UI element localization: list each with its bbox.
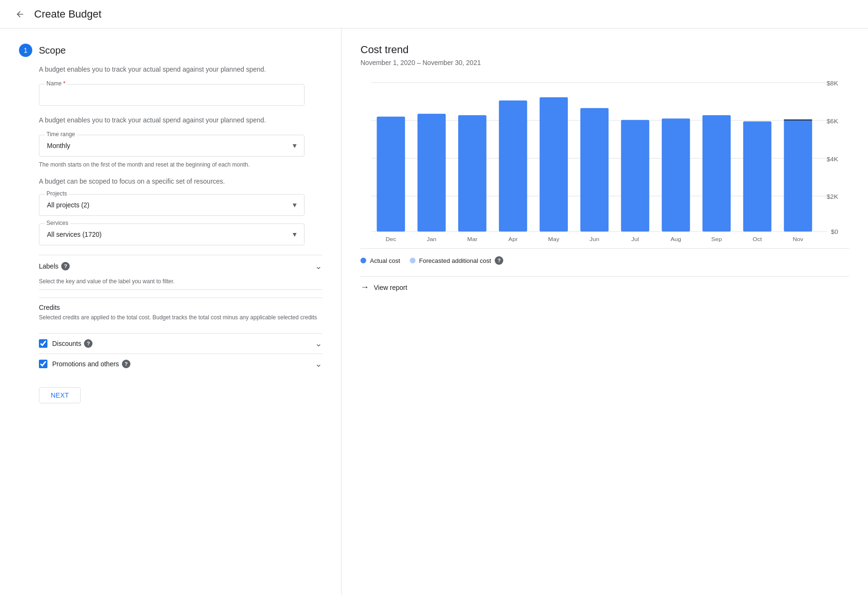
forecasted-dot — [410, 258, 416, 263]
time-range-label: Time range — [45, 131, 77, 138]
labels-title-row: Labels ? — [39, 262, 70, 270]
discounts-left: Discounts ? — [39, 339, 92, 348]
services-label: Services — [45, 220, 70, 226]
svg-text:Aug: Aug — [671, 236, 681, 242]
svg-text:Mar: Mar — [467, 236, 478, 242]
projects-select[interactable]: All projects (2) — [39, 194, 305, 216]
forecasted-help-icon[interactable]: ? — [495, 256, 503, 265]
bar-jan — [417, 114, 446, 232]
forecasted-legend: Forecasted additional cost ? — [410, 256, 504, 265]
bar-apr — [499, 101, 527, 232]
bar-oct — [743, 121, 772, 232]
discounts-help-icon[interactable]: ? — [84, 339, 92, 348]
promotions-label: Promotions and others ? — [52, 360, 130, 368]
services-select[interactable]: All services (1720) — [39, 223, 305, 245]
view-report-link[interactable]: → View report — [360, 276, 849, 298]
bar-sep — [702, 115, 731, 232]
discounts-row: Discounts ? ⌄ — [39, 333, 322, 353]
forecasted-label: Forecasted additional cost — [419, 257, 491, 264]
svg-text:Jan: Jan — [427, 236, 436, 242]
svg-text:May: May — [548, 236, 560, 242]
step-badge: 1 — [19, 44, 32, 57]
main-content: 1 Scope A budget enables you to track yo… — [0, 28, 868, 595]
services-wrapper: Services All services (1720) ▼ — [39, 223, 305, 245]
credits-section: Credits Selected credits are applied to … — [39, 298, 322, 333]
bar-dec — [377, 117, 405, 232]
labels-hint: Select the key and value of the label yo… — [39, 277, 322, 290]
promotions-chevron-icon: ⌄ — [315, 359, 322, 369]
svg-text:Nov: Nov — [793, 236, 803, 242]
labels-title: Labels — [39, 262, 58, 270]
svg-text:Jun: Jun — [590, 236, 599, 242]
svg-text:Sep: Sep — [711, 236, 722, 242]
discounts-chevron-icon: ⌄ — [315, 338, 322, 349]
back-button[interactable] — [11, 6, 28, 23]
page-title: Create Budget — [34, 8, 102, 20]
labels-help-icon[interactable]: ? — [61, 262, 70, 270]
svg-text:$0: $0 — [831, 229, 838, 235]
time-range-hint: The month starts on the first of the mon… — [39, 160, 322, 169]
promotions-left: Promotions and others ? — [39, 360, 130, 368]
credits-title: Credits — [39, 304, 322, 311]
name-input[interactable] — [39, 84, 305, 106]
view-report-label: View report — [374, 284, 407, 291]
bar-mar — [458, 115, 487, 232]
svg-text:Dec: Dec — [386, 236, 396, 242]
svg-text:$4K: $4K — [827, 156, 839, 162]
promotions-checkbox[interactable] — [39, 360, 47, 368]
chart-legend: Actual cost Forecasted additional cost ? — [360, 249, 849, 272]
header: Create Budget — [0, 0, 868, 28]
arrow-right-icon: → — [360, 282, 369, 292]
right-panel: Cost trend November 1, 2020 – November 3… — [342, 28, 868, 595]
promotions-row: Promotions and others ? ⌄ — [39, 353, 322, 374]
bar-aug — [662, 119, 690, 232]
labels-chevron-icon: ⌄ — [315, 261, 322, 271]
scope-title: Scope — [39, 45, 66, 56]
actual-cost-dot — [360, 258, 366, 263]
cost-trend-date: November 1, 2020 – November 30, 2021 — [360, 59, 849, 66]
discounts-checkbox[interactable] — [39, 339, 47, 348]
projects-label: Projects — [45, 190, 69, 197]
promotions-help-icon[interactable]: ? — [122, 360, 130, 368]
cost-trend-chart: $8K $6K $4K $2K $0 Dec Jan — [360, 78, 849, 248]
name-field-wrapper: Name * — [39, 84, 322, 106]
required-star: * — [63, 80, 65, 87]
labels-collapsible[interactable]: Labels ? ⌄ — [39, 255, 322, 277]
bar-may — [540, 97, 568, 232]
projects-wrapper: Projects All projects (2) ▼ — [39, 194, 305, 216]
actual-cost-legend: Actual cost — [360, 257, 400, 264]
left-panel: 1 Scope A budget enables you to track yo… — [0, 28, 342, 595]
time-range-wrapper: Time range Monthly ▼ — [39, 135, 305, 157]
svg-text:$8K: $8K — [827, 80, 839, 87]
svg-text:Apr: Apr — [508, 236, 518, 242]
svg-text:$2K: $2K — [827, 194, 839, 200]
scope-description2: A budget enables you to track your actua… — [39, 115, 322, 125]
svg-text:Oct: Oct — [753, 236, 762, 242]
name-label: Name * — [45, 80, 67, 87]
next-button[interactable]: NEXT — [39, 387, 81, 403]
bar-jun — [581, 108, 609, 232]
bar-jul — [621, 120, 649, 232]
svg-text:$6K: $6K — [827, 118, 839, 125]
scope-resource-desc: A budget can be scoped to focus on a spe… — [39, 177, 322, 186]
scope-header: 1 Scope — [19, 44, 322, 57]
discounts-label: Discounts ? — [52, 339, 92, 348]
credits-desc: Selected credits are applied to the tota… — [39, 313, 322, 322]
actual-cost-label: Actual cost — [370, 257, 400, 264]
cost-trend-title: Cost trend — [360, 44, 849, 56]
time-range-select[interactable]: Monthly — [39, 135, 305, 157]
svg-text:Jul: Jul — [631, 236, 639, 242]
chart-container: $8K $6K $4K $2K $0 Dec Jan — [360, 78, 849, 249]
bar-nov — [784, 120, 813, 232]
scope-description1: A budget enables you to track your actua… — [39, 65, 322, 74]
